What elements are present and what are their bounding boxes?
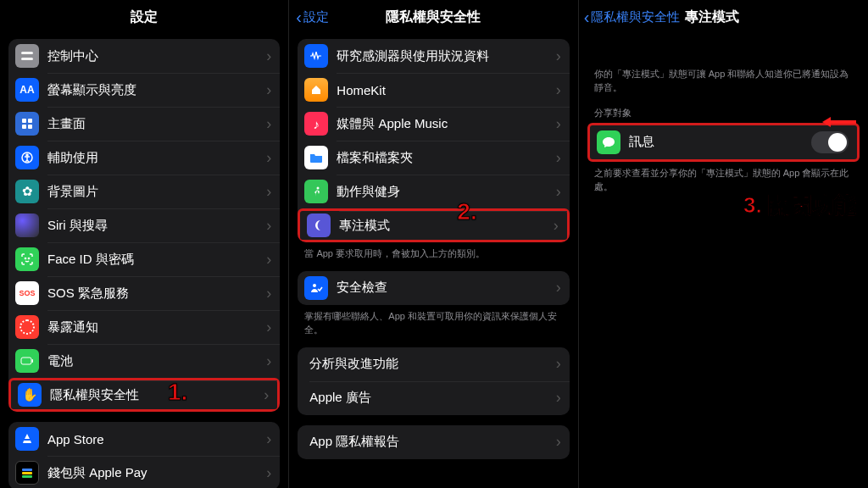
- grid-icon: [15, 112, 39, 136]
- row-wallet[interactable]: 錢包與 Apple Pay ›: [8, 456, 280, 488]
- row-exposure[interactable]: 暴露通知 ›: [8, 310, 280, 344]
- faceid-icon: [15, 247, 39, 271]
- row-label: 電池: [47, 353, 266, 369]
- row-label: 動作與健身: [337, 184, 555, 200]
- chevron-right-icon: ›: [264, 386, 269, 404]
- folder-icon: [304, 146, 328, 169]
- row-label: 專注模式: [339, 218, 553, 234]
- privacy-categories-group: 研究感測器與使用狀況資料 › HomeKit › ♪ 媒體與 Apple Mus…: [298, 39, 569, 242]
- battery-icon: [15, 349, 39, 373]
- row-label: 分析與改進功能: [309, 356, 555, 372]
- svg-point-16: [313, 284, 316, 287]
- row-privacy[interactable]: ✋ 隱私權與安全性 ›: [8, 378, 280, 412]
- runner-icon: [304, 180, 328, 203]
- row-battery[interactable]: 電池 ›: [8, 344, 280, 378]
- row-display[interactable]: AA 螢幕顯示與亮度 ›: [8, 73, 280, 107]
- chevron-right-icon: ›: [556, 355, 561, 373]
- chevron-right-icon: ›: [556, 183, 561, 201]
- settings-group-store: App Store › 錢包與 Apple Pay ›: [8, 422, 280, 488]
- chevron-right-icon: ›: [266, 430, 271, 448]
- row-label: 檔案和檔案夾: [337, 150, 555, 166]
- navbar: ‹ 隱私權與安全性 專注模式: [579, 0, 868, 34]
- hand-icon: ✋: [18, 383, 42, 407]
- page-title: 設定: [131, 8, 158, 26]
- row-label: 安全檢查: [337, 280, 555, 296]
- row-privacy-report[interactable]: App 隱私權報告 ›: [298, 425, 569, 459]
- row-label: 媒體與 Apple Music: [337, 116, 555, 132]
- text-size-icon: AA: [15, 78, 39, 102]
- row-analytics[interactable]: 分析與改進功能 ›: [298, 347, 569, 381]
- row-label: 錢包與 Apple Pay: [47, 465, 266, 481]
- row-focus[interactable]: 專注模式 ›: [298, 208, 569, 242]
- row-label: Face ID 與密碼: [47, 252, 266, 268]
- row-media[interactable]: ♪ 媒體與 Apple Music ›: [298, 107, 569, 141]
- chevron-right-icon: ›: [556, 279, 561, 297]
- settings-root-panel: 設定 控制中心 › AA 螢幕顯示與亮度 › 主畫面 ›: [0, 0, 289, 488]
- svg-point-7: [26, 154, 28, 156]
- row-control-center[interactable]: 控制中心 ›: [8, 39, 280, 73]
- messages-icon: [597, 130, 620, 154]
- svg-rect-5: [28, 125, 32, 129]
- wallet-icon: [15, 461, 39, 485]
- svg-rect-11: [32, 359, 34, 363]
- row-wallpaper[interactable]: ✿ 背景圖片 ›: [8, 175, 280, 208]
- sos-icon: SOS: [15, 281, 39, 305]
- row-label: Apple 廣告: [309, 390, 555, 406]
- row-sos[interactable]: SOS SOS 緊急服務 ›: [8, 276, 280, 310]
- row-label: HomeKit: [337, 83, 555, 97]
- chevron-left-icon: ‹: [296, 8, 302, 25]
- privacy-panel: ‹ 設定 隱私權與安全性 研究感測器與使用狀況資料 › HomeKit ›: [289, 0, 578, 488]
- chevron-right-icon: ›: [266, 319, 271, 336]
- back-button[interactable]: ‹ 隱私權與安全性: [584, 8, 681, 25]
- chevron-right-icon: ›: [266, 352, 271, 370]
- row-research[interactable]: 研究感測器與使用狀況資料 ›: [298, 39, 569, 73]
- row-messages-toggle[interactable]: 訊息: [590, 125, 857, 159]
- svg-point-8: [25, 258, 25, 258]
- chevron-right-icon: ›: [266, 81, 271, 99]
- chevron-right-icon: ›: [556, 389, 561, 407]
- row-appstore[interactable]: App Store ›: [8, 422, 280, 456]
- back-label: 隱私權與安全性: [591, 9, 680, 25]
- svg-rect-12: [22, 469, 32, 471]
- navbar: 設定: [0, 0, 288, 34]
- back-button[interactable]: ‹ 設定: [296, 8, 329, 25]
- row-faceid[interactable]: Face ID 與密碼 ›: [8, 242, 280, 276]
- switches-icon: [15, 44, 39, 68]
- intro-text: 你的「專注模式」狀態可讓 App 和聯絡人知道你已將通知設為靜音。: [579, 34, 868, 95]
- waveform-icon: [304, 44, 328, 68]
- svg-rect-14: [22, 475, 32, 478]
- chevron-left-icon: ‹: [584, 8, 590, 25]
- toggle-knob: [828, 133, 847, 152]
- svg-rect-4: [22, 125, 26, 129]
- chevron-right-icon: ›: [556, 149, 561, 167]
- flower-icon: ✿: [15, 180, 39, 203]
- exposure-icon: [15, 315, 39, 339]
- page-title: 專注模式: [685, 8, 739, 26]
- page-title: 隱私權與安全性: [386, 8, 481, 26]
- group-footer: 當 App 要求取用時，會被加入上方的類別。: [289, 242, 577, 261]
- row-label: 控制中心: [47, 48, 266, 64]
- home-icon: [304, 78, 328, 102]
- row-fitness[interactable]: 動作與健身 ›: [298, 175, 569, 208]
- row-label: 螢幕顯示與亮度: [47, 82, 266, 98]
- row-apple-ads[interactable]: Apple 廣告 ›: [298, 381, 569, 415]
- row-siri[interactable]: Siri 與搜尋 ›: [8, 208, 280, 242]
- row-files[interactable]: 檔案和檔案夾 ›: [298, 141, 569, 175]
- group-footer: 之前要求查看並分享你的「專注模式」狀態的 App 會顯示在此處。: [579, 162, 868, 194]
- toggle-switch[interactable]: [811, 131, 849, 153]
- focus-privacy-panel: ‹ 隱私權與安全性 專注模式 你的「專注模式」狀態可讓 App 和聯絡人知道你已…: [579, 0, 868, 488]
- chevron-right-icon: ›: [556, 47, 561, 65]
- row-label: 背景圖片: [47, 184, 266, 200]
- analytics-group: 分析與改進功能 › Apple 廣告 ›: [298, 347, 569, 415]
- row-home-screen[interactable]: 主畫面 ›: [8, 107, 280, 141]
- row-safety-check[interactable]: 安全檢查 ›: [298, 271, 569, 305]
- chevron-right-icon: ›: [556, 115, 561, 133]
- chevron-right-icon: ›: [554, 217, 559, 235]
- row-accessibility[interactable]: 輔助使用 ›: [8, 141, 280, 175]
- chevron-right-icon: ›: [266, 464, 271, 482]
- appstore-icon: [15, 427, 39, 451]
- svg-rect-2: [22, 119, 26, 123]
- music-icon: ♪: [304, 112, 328, 136]
- row-homekit[interactable]: HomeKit ›: [298, 73, 569, 107]
- moon-icon: [307, 214, 331, 237]
